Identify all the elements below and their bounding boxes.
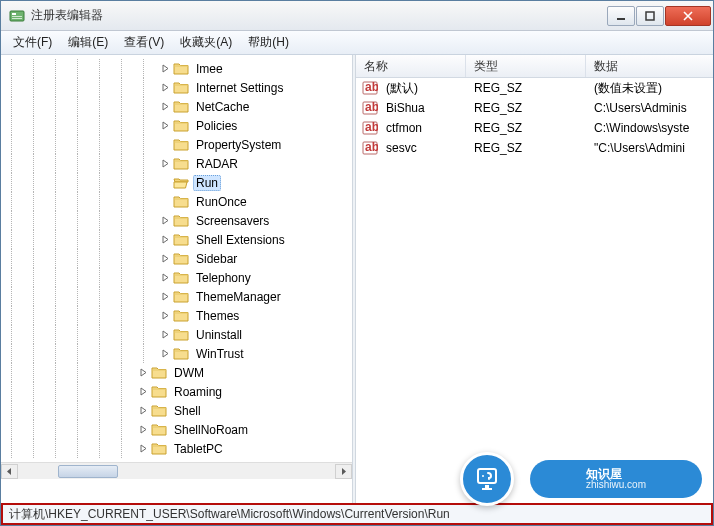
tree-node[interactable]: Telephony	[5, 268, 352, 287]
expand-icon[interactable]	[159, 348, 171, 360]
list-row[interactable]: abBiShuaREG_SZC:\Users\Adminis	[356, 98, 713, 118]
col-data[interactable]: 数据	[586, 55, 713, 77]
col-type[interactable]: 类型	[466, 55, 586, 77]
tree-node-label: NetCache	[193, 99, 252, 115]
expand-icon[interactable]	[159, 101, 171, 113]
svg-text:ab: ab	[365, 140, 378, 154]
tree-node[interactable]: Roaming	[5, 382, 352, 401]
collapse-icon	[159, 139, 171, 151]
expand-icon[interactable]	[159, 253, 171, 265]
tree-node[interactable]: WinTrust	[5, 344, 352, 363]
expand-icon[interactable]	[159, 63, 171, 75]
maximize-button[interactable]	[636, 6, 664, 26]
tree-node-label: Themes	[193, 308, 242, 324]
expand-icon[interactable]	[159, 215, 171, 227]
registry-tree: ImeeInternet SettingsNetCachePoliciesPro…	[1, 55, 352, 462]
collapse-icon	[159, 177, 171, 189]
tree-node[interactable]: Themes	[5, 306, 352, 325]
tree-node[interactable]: Imee	[5, 59, 352, 78]
app-icon	[9, 8, 25, 24]
tree-pane[interactable]: ImeeInternet SettingsNetCachePoliciesPro…	[1, 55, 352, 503]
cell-name: sesvc	[378, 140, 466, 156]
folder-icon	[173, 346, 189, 362]
minimize-button[interactable]	[607, 6, 635, 26]
tree-node-label: Shell Extensions	[193, 232, 288, 248]
folder-icon	[173, 175, 189, 191]
expand-icon[interactable]	[159, 120, 171, 132]
expand-icon[interactable]	[137, 443, 149, 455]
tree-node[interactable]: NetCache	[5, 97, 352, 116]
titlebar[interactable]: 注册表编辑器	[1, 1, 713, 31]
values-pane[interactable]: 名称 类型 数据 ab(默认)REG_SZ(数值未设置)abBiShuaREG_…	[356, 55, 713, 503]
expand-icon[interactable]	[137, 424, 149, 436]
tree-node[interactable]: RunOnce	[5, 192, 352, 211]
folder-icon	[173, 270, 189, 286]
expand-icon[interactable]	[137, 367, 149, 379]
folder-icon	[151, 441, 167, 457]
folder-icon	[173, 289, 189, 305]
folder-icon	[173, 80, 189, 96]
menu-edit[interactable]: 编辑(E)	[60, 32, 116, 53]
tree-horizontal-scrollbar[interactable]	[1, 462, 352, 479]
list-row[interactable]: ab(默认)REG_SZ(数值未设置)	[356, 78, 713, 98]
expand-icon[interactable]	[159, 234, 171, 246]
expand-icon[interactable]	[159, 272, 171, 284]
folder-icon	[173, 251, 189, 267]
tree-node-label: RADAR	[193, 156, 241, 172]
expand-icon[interactable]	[159, 82, 171, 94]
scroll-track[interactable]	[18, 464, 335, 479]
tree-node[interactable]: DWM	[5, 363, 352, 382]
expand-icon[interactable]	[137, 405, 149, 417]
watermark: 知识屋 zhishiwu.com	[530, 452, 714, 506]
tree-node-label: Internet Settings	[193, 80, 286, 96]
svg-rect-3	[12, 18, 22, 19]
cell-name: (默认)	[378, 79, 466, 98]
tree-node[interactable]: Shell	[5, 401, 352, 420]
expand-icon[interactable]	[159, 310, 171, 322]
scroll-left-button[interactable]	[1, 464, 18, 479]
tree-node[interactable]: Run	[5, 173, 352, 192]
registry-editor-window: 注册表编辑器 文件(F) 编辑(E) 查看(V) 收藏夹(A) 帮助(H) Im…	[0, 0, 714, 526]
tree-node-label: ThemeManager	[193, 289, 284, 305]
menu-help[interactable]: 帮助(H)	[240, 32, 297, 53]
string-value-icon: ab	[362, 80, 378, 96]
tree-node-label: Uninstall	[193, 327, 245, 343]
tree-node-label: Policies	[193, 118, 240, 134]
tree-node-label: DWM	[171, 365, 207, 381]
menu-favorites[interactable]: 收藏夹(A)	[172, 32, 240, 53]
tree-node[interactable]: Shell Extensions	[5, 230, 352, 249]
scroll-thumb[interactable]	[58, 465, 118, 478]
expand-icon[interactable]	[159, 329, 171, 341]
status-bar: 计算机\HKEY_CURRENT_USER\Software\Microsoft…	[1, 503, 713, 525]
expand-icon[interactable]	[159, 158, 171, 170]
svg-text:ab: ab	[365, 80, 378, 94]
tree-node[interactable]: PropertySystem	[5, 135, 352, 154]
scroll-right-button[interactable]	[335, 464, 352, 479]
window-title: 注册表编辑器	[31, 7, 607, 24]
menu-view[interactable]: 查看(V)	[116, 32, 172, 53]
tree-node[interactable]: RADAR	[5, 154, 352, 173]
expand-icon[interactable]	[137, 386, 149, 398]
expand-icon[interactable]	[159, 291, 171, 303]
list-row[interactable]: absesvcREG_SZ"C:\Users\Admini	[356, 138, 713, 158]
svg-point-15	[482, 475, 484, 477]
tree-node-label: PropertySystem	[193, 137, 284, 153]
tree-node[interactable]: Internet Settings	[5, 78, 352, 97]
svg-rect-1	[12, 13, 16, 15]
menu-file[interactable]: 文件(F)	[5, 32, 60, 53]
tree-node[interactable]: TabletPC	[5, 439, 352, 458]
tree-node[interactable]: Uninstall	[5, 325, 352, 344]
folder-icon	[151, 384, 167, 400]
tree-node-label: Run	[193, 175, 221, 191]
tree-node[interactable]: Sidebar	[5, 249, 352, 268]
close-button[interactable]	[665, 6, 711, 26]
tree-node[interactable]: ShellNoRoam	[5, 420, 352, 439]
tree-node[interactable]: Policies	[5, 116, 352, 135]
list-row[interactable]: abctfmonREG_SZC:\Windows\syste	[356, 118, 713, 138]
cell-type: REG_SZ	[466, 140, 586, 156]
cell-type: REG_SZ	[466, 120, 586, 136]
string-value-icon: ab	[362, 140, 378, 156]
tree-node[interactable]: Screensavers	[5, 211, 352, 230]
tree-node[interactable]: ThemeManager	[5, 287, 352, 306]
col-name[interactable]: 名称	[356, 55, 466, 77]
